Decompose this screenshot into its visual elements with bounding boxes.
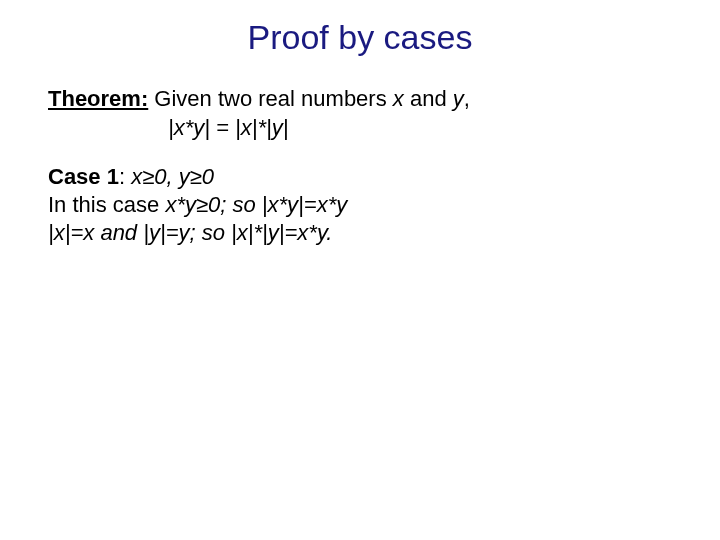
theorem-text-1: Given two real numbers — [148, 86, 393, 111]
slide: Proof by cases Theorem: Given two real n… — [0, 0, 720, 540]
theorem-label: Theorem: — [48, 86, 148, 111]
case-1-line-3: |x|=x and |y|=y; so |x|*|y|=x*y. — [48, 219, 672, 247]
case-1-label: Case 1 — [48, 164, 119, 189]
case-1-condition: x≥0, y≥0 — [131, 164, 214, 189]
theorem-equation: |x*y| = |x|*|y| — [48, 115, 672, 141]
case-1-colon: : — [119, 164, 131, 189]
slide-title: Proof by cases — [48, 18, 672, 57]
case-1-line-2b: x*y≥0; so |x*y|=x*y — [165, 192, 347, 217]
case-1-line-2: In this case x*y≥0; so |x*y|=x*y — [48, 191, 672, 219]
case-1-header: Case 1: x≥0, y≥0 — [48, 163, 672, 191]
theorem-statement: Theorem: Given two real numbers x and y, — [48, 85, 672, 113]
theorem-text-mid: and — [404, 86, 453, 111]
theorem-var-y: y — [453, 86, 464, 111]
theorem-var-x: x — [393, 86, 404, 111]
case-1-line-2a: In this case — [48, 192, 165, 217]
theorem-text-after: , — [464, 86, 470, 111]
case-1-block: Case 1: x≥0, y≥0 In this case x*y≥0; so … — [48, 163, 672, 247]
